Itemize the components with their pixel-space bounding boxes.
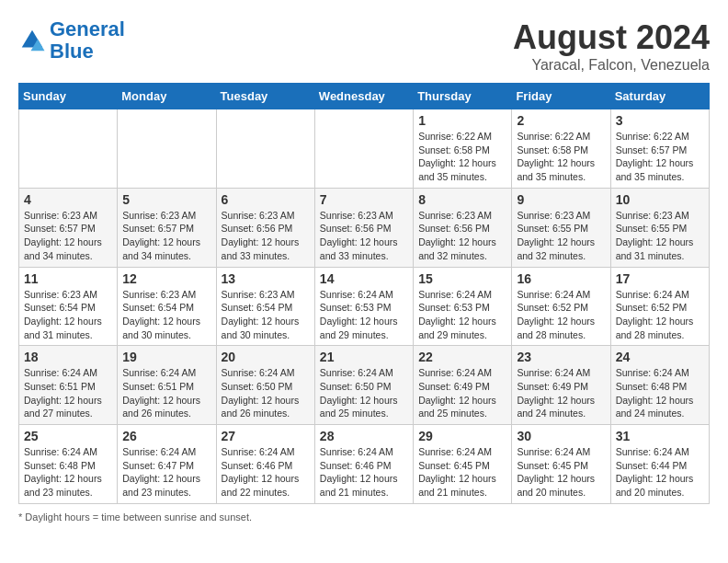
calendar-cell: 31Sunrise: 6:24 AMSunset: 6:44 PMDayligh… (610, 425, 709, 504)
header-cell-wednesday: Wednesday (314, 84, 413, 109)
week-row-1: 1Sunrise: 6:22 AMSunset: 6:58 PMDaylight… (19, 109, 710, 189)
header-row: SundayMondayTuesdayWednesdayThursdayFrid… (19, 84, 710, 109)
logo-line1: General (50, 17, 125, 40)
day-detail: Sunrise: 6:24 AMSunset: 6:44 PMDaylight:… (616, 445, 704, 500)
footer-note: * Daylight hours = time between sunrise … (18, 511, 710, 523)
header-cell-tuesday: Tuesday (216, 84, 314, 109)
calendar-cell: 30Sunrise: 6:24 AMSunset: 6:45 PMDayligh… (512, 425, 610, 504)
calendar-cell: 19Sunrise: 6:24 AMSunset: 6:51 PMDayligh… (118, 346, 216, 425)
calendar-cell: 20Sunrise: 6:24 AMSunset: 6:50 PMDayligh… (216, 346, 314, 425)
day-detail: Sunrise: 6:22 AMSunset: 6:58 PMDaylight:… (517, 130, 605, 184)
calendar-cell (118, 109, 216, 189)
day-number: 12 (122, 271, 210, 286)
day-number: 17 (616, 271, 704, 286)
day-detail: Sunrise: 6:24 AMSunset: 6:45 PMDaylight:… (418, 445, 506, 500)
day-number: 18 (24, 350, 112, 364)
calendar-cell: 6Sunrise: 6:23 AMSunset: 6:56 PMDaylight… (216, 188, 314, 267)
week-row-2: 4Sunrise: 6:23 AMSunset: 6:57 PMDaylight… (19, 188, 710, 267)
day-detail: Sunrise: 6:23 AMSunset: 6:57 PMDaylight:… (122, 209, 210, 263)
day-detail: Sunrise: 6:24 AMSunset: 6:46 PMDaylight:… (222, 445, 310, 500)
day-number: 9 (517, 192, 605, 207)
day-detail: Sunrise: 6:23 AMSunset: 6:57 PMDaylight:… (24, 209, 112, 263)
calendar-cell: 27Sunrise: 6:24 AMSunset: 6:46 PMDayligh… (216, 425, 314, 504)
calendar-cell: 28Sunrise: 6:24 AMSunset: 6:46 PMDayligh… (314, 425, 413, 504)
day-detail: Sunrise: 6:24 AMSunset: 6:52 PMDaylight:… (616, 288, 704, 342)
calendar-cell: 17Sunrise: 6:24 AMSunset: 6:52 PMDayligh… (610, 267, 709, 346)
logo-icon (18, 27, 46, 54)
day-detail: Sunrise: 6:24 AMSunset: 6:48 PMDaylight:… (616, 366, 704, 420)
day-detail: Sunrise: 6:24 AMSunset: 6:51 PMDaylight:… (122, 366, 210, 420)
calendar-cell: 13Sunrise: 6:23 AMSunset: 6:54 PMDayligh… (216, 267, 314, 346)
page-header: General Blue August 2024 Yaracal, Falcon… (18, 18, 710, 74)
day-detail: Sunrise: 6:24 AMSunset: 6:46 PMDaylight:… (320, 445, 408, 500)
day-number: 3 (616, 113, 704, 128)
day-detail: Sunrise: 6:24 AMSunset: 6:50 PMDaylight:… (320, 366, 408, 420)
week-row-5: 25Sunrise: 6:24 AMSunset: 6:48 PMDayligh… (19, 425, 710, 504)
day-detail: Sunrise: 6:24 AMSunset: 6:51 PMDaylight:… (24, 366, 112, 420)
day-number: 20 (222, 350, 310, 364)
day-number: 6 (222, 192, 310, 207)
calendar-cell (216, 109, 314, 189)
calendar-cell: 7Sunrise: 6:23 AMSunset: 6:56 PMDaylight… (314, 188, 413, 267)
calendar-cell: 10Sunrise: 6:23 AMSunset: 6:55 PMDayligh… (610, 188, 709, 267)
calendar-cell: 3Sunrise: 6:22 AMSunset: 6:57 PMDaylight… (610, 109, 709, 189)
day-number: 19 (122, 350, 210, 364)
day-number: 11 (24, 271, 112, 286)
logo-line2: Blue (50, 40, 94, 63)
day-number: 10 (616, 192, 704, 207)
day-number: 16 (517, 271, 605, 286)
day-number: 27 (222, 429, 310, 443)
day-detail: Sunrise: 6:24 AMSunset: 6:53 PMDaylight:… (320, 288, 408, 342)
day-number: 5 (122, 192, 210, 207)
calendar-cell: 1Sunrise: 6:22 AMSunset: 6:58 PMDaylight… (414, 109, 512, 189)
day-number: 26 (122, 429, 210, 443)
day-detail: Sunrise: 6:24 AMSunset: 6:53 PMDaylight:… (418, 288, 506, 342)
header-cell-friday: Friday (512, 84, 610, 109)
week-row-4: 18Sunrise: 6:24 AMSunset: 6:51 PMDayligh… (19, 346, 710, 425)
calendar-cell (314, 109, 413, 189)
title-block: August 2024 Yaracal, Falcon, Venezuela (513, 18, 710, 74)
main-title: August 2024 (513, 18, 710, 57)
location-subtitle: Yaracal, Falcon, Venezuela (513, 57, 710, 74)
calendar-cell: 5Sunrise: 6:23 AMSunset: 6:57 PMDaylight… (118, 188, 216, 267)
day-detail: Sunrise: 6:23 AMSunset: 6:56 PMDaylight:… (418, 209, 506, 263)
day-number: 28 (320, 429, 408, 443)
calendar-cell: 4Sunrise: 6:23 AMSunset: 6:57 PMDaylight… (19, 188, 118, 267)
day-number: 14 (320, 271, 408, 286)
calendar-cell: 25Sunrise: 6:24 AMSunset: 6:48 PMDayligh… (19, 425, 118, 504)
header-cell-thursday: Thursday (414, 84, 512, 109)
header-cell-monday: Monday (118, 84, 216, 109)
day-number: 7 (320, 192, 408, 207)
day-number: 23 (517, 350, 605, 364)
calendar-body: 1Sunrise: 6:22 AMSunset: 6:58 PMDaylight… (19, 109, 710, 504)
calendar-cell: 8Sunrise: 6:23 AMSunset: 6:56 PMDaylight… (414, 188, 512, 267)
calendar-table: SundayMondayTuesdayWednesdayThursdayFrid… (18, 83, 710, 504)
day-detail: Sunrise: 6:24 AMSunset: 6:49 PMDaylight:… (418, 366, 506, 420)
day-detail: Sunrise: 6:24 AMSunset: 6:47 PMDaylight:… (122, 445, 210, 500)
calendar-cell: 18Sunrise: 6:24 AMSunset: 6:51 PMDayligh… (19, 346, 118, 425)
day-number: 24 (616, 350, 704, 364)
day-number: 25 (24, 429, 112, 443)
day-number: 13 (222, 271, 310, 286)
day-number: 29 (418, 429, 506, 443)
logo-text: General Blue (50, 18, 125, 63)
calendar-cell: 24Sunrise: 6:24 AMSunset: 6:48 PMDayligh… (610, 346, 709, 425)
day-detail: Sunrise: 6:23 AMSunset: 6:56 PMDaylight:… (222, 209, 310, 263)
header-cell-sunday: Sunday (19, 84, 118, 109)
calendar-cell: 26Sunrise: 6:24 AMSunset: 6:47 PMDayligh… (118, 425, 216, 504)
day-detail: Sunrise: 6:22 AMSunset: 6:58 PMDaylight:… (418, 130, 506, 184)
calendar-cell: 9Sunrise: 6:23 AMSunset: 6:55 PMDaylight… (512, 188, 610, 267)
day-detail: Sunrise: 6:24 AMSunset: 6:45 PMDaylight:… (517, 445, 605, 500)
calendar-cell: 14Sunrise: 6:24 AMSunset: 6:53 PMDayligh… (314, 267, 413, 346)
calendar-cell: 29Sunrise: 6:24 AMSunset: 6:45 PMDayligh… (414, 425, 512, 504)
header-cell-saturday: Saturday (610, 84, 709, 109)
day-detail: Sunrise: 6:23 AMSunset: 6:54 PMDaylight:… (222, 288, 310, 342)
day-number: 22 (418, 350, 506, 364)
day-detail: Sunrise: 6:23 AMSunset: 6:55 PMDaylight:… (616, 209, 704, 263)
calendar-cell: 2Sunrise: 6:22 AMSunset: 6:58 PMDaylight… (512, 109, 610, 189)
day-detail: Sunrise: 6:23 AMSunset: 6:55 PMDaylight:… (517, 209, 605, 263)
day-number: 30 (517, 429, 605, 443)
day-detail: Sunrise: 6:24 AMSunset: 6:52 PMDaylight:… (517, 288, 605, 342)
week-row-3: 11Sunrise: 6:23 AMSunset: 6:54 PMDayligh… (19, 267, 710, 346)
calendar-cell: 11Sunrise: 6:23 AMSunset: 6:54 PMDayligh… (19, 267, 118, 346)
